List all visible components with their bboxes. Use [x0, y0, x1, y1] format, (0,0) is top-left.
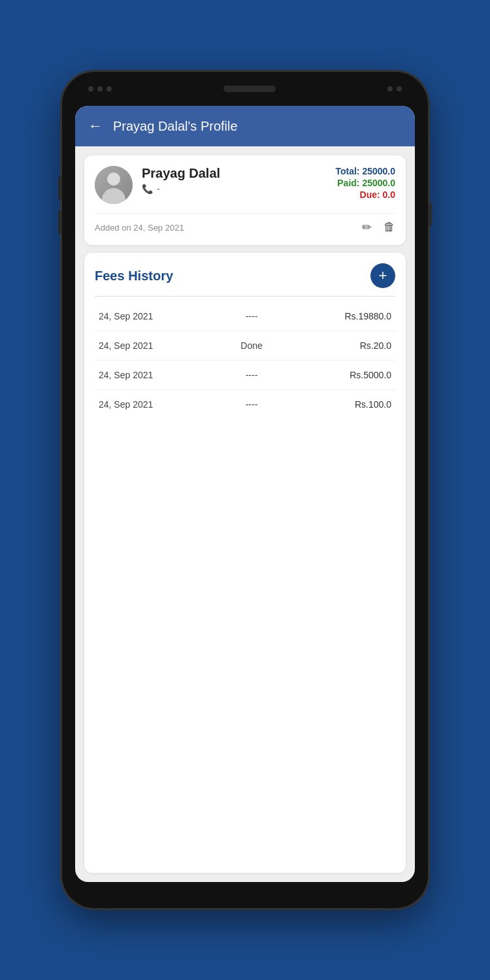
fee-date: 24, Sep 2021	[99, 399, 171, 410]
edit-button[interactable]: ✏	[362, 220, 372, 235]
app-header: ← Prayag Dalal's Profile	[75, 106, 415, 146]
phone-frame: ← Prayag Dalal's Profile Prayag Dalal 📞 …	[62, 72, 428, 908]
fee-date: 24, Sep 2021	[99, 340, 171, 351]
added-date: Added on 24, Sep 2021	[95, 223, 184, 233]
avatar-image	[95, 166, 133, 204]
fee-status: Done	[171, 340, 333, 351]
phone-number: -	[157, 184, 160, 194]
fee-due: Due: 0.0	[335, 189, 395, 200]
back-button[interactable]: ←	[88, 118, 103, 135]
dot	[97, 86, 103, 91]
phone-icon: 📞	[142, 184, 153, 194]
fees-section: Fees History + 24, Sep 2021 ---- Rs.1988…	[84, 253, 406, 873]
fee-row[interactable]: 24, Sep 2021 Done Rs.20.0	[95, 331, 395, 361]
fee-amount: Rs.5000.0	[333, 370, 391, 380]
profile-top: Prayag Dalal 📞 - Total: 25000.0 Paid: 25…	[95, 166, 395, 204]
phone-screen: ← Prayag Dalal's Profile Prayag Dalal 📞 …	[75, 106, 415, 882]
side-buttons-right	[428, 203, 432, 226]
fee-amount: Rs.100.0	[333, 399, 391, 410]
volume-up-button	[58, 176, 62, 200]
profile-phone: 📞 -	[142, 184, 326, 194]
avatar	[95, 166, 133, 204]
fee-paid: Paid: 25000.0	[335, 178, 395, 188]
profile-name: Prayag Dalal	[142, 166, 326, 181]
dot	[106, 86, 112, 91]
dot	[397, 86, 402, 91]
delete-button[interactable]: 🗑	[384, 220, 395, 235]
fees-header: Fees History +	[95, 263, 395, 288]
fee-row[interactable]: 24, Sep 2021 ---- Rs.100.0	[95, 390, 395, 419]
fee-amount: Rs.19880.0	[333, 311, 391, 321]
dot	[387, 86, 393, 91]
add-fee-button[interactable]: +	[370, 263, 395, 288]
screen-content: Prayag Dalal 📞 - Total: 25000.0 Paid: 25…	[75, 146, 415, 882]
volume-down-button	[58, 210, 62, 234]
fee-row[interactable]: 24, Sep 2021 ---- Rs.19880.0	[95, 302, 395, 331]
fee-status: ----	[171, 399, 333, 410]
dot	[88, 86, 93, 91]
profile-card: Prayag Dalal 📞 - Total: 25000.0 Paid: 25…	[84, 155, 406, 245]
header-title: Prayag Dalal's Profile	[113, 119, 238, 134]
fee-total: Total: 25000.0	[335, 166, 395, 176]
fee-amount: Rs.20.0	[333, 340, 391, 351]
fee-date: 24, Sep 2021	[99, 311, 171, 321]
action-icons: ✏ 🗑	[362, 220, 395, 235]
fees-title: Fees History	[95, 269, 173, 284]
profile-info: Prayag Dalal 📞 -	[142, 166, 326, 194]
speaker	[223, 86, 276, 92]
side-buttons-left	[58, 176, 62, 234]
divider	[95, 296, 395, 297]
fee-status: ----	[171, 311, 333, 321]
camera-dots-right	[387, 86, 402, 91]
phone-top-bar	[62, 72, 428, 106]
fees-summary: Total: 25000.0 Paid: 25000.0 Due: 0.0	[335, 166, 395, 200]
fee-row[interactable]: 24, Sep 2021 ---- Rs.5000.0	[95, 361, 395, 390]
camera-dots	[88, 86, 112, 91]
power-button	[428, 203, 432, 226]
fee-date: 24, Sep 2021	[99, 370, 171, 380]
profile-footer: Added on 24, Sep 2021 ✏ 🗑	[95, 213, 395, 235]
fee-status: ----	[171, 370, 333, 380]
